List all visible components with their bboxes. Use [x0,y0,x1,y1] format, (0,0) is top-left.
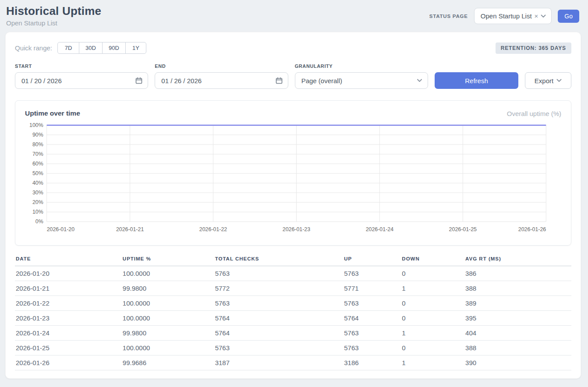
x-tick-label: 2026-01-24 [366,226,393,232]
table-cell: 2026-01-23 [15,311,122,326]
calendar-icon[interactable] [135,77,142,84]
chevron-down-icon [556,79,562,82]
table-cell: 388 [464,281,571,296]
column-header: DATE [15,256,122,266]
y-tick-label: 0% [35,218,43,225]
export-button[interactable]: Export [525,72,571,89]
granularity-selected-value: Page (overall) [301,77,342,84]
y-tick-label: 70% [32,151,43,157]
table-cell: 0 [401,266,464,281]
table-cell: 5763 [214,296,344,311]
table-cell: 100.0000 [122,341,214,355]
quick-range-90d[interactable]: 90D [102,42,126,54]
start-date-input[interactable]: 01 / 20 / 2026 [15,72,148,89]
y-tick-label: 30% [32,190,43,196]
chart-title: Uptime over time [25,109,80,117]
table-cell: 5764 [214,311,344,326]
table-cell: 3186 [343,355,401,370]
calendar-icon[interactable] [276,77,283,84]
table-cell: 5763 [214,341,344,355]
table-header-row: DATEUPTIME %TOTAL CHECKSUPDOWNAVG RT (MS… [15,256,571,266]
table-cell: 5772 [214,281,344,296]
granularity-label: GRANULARITY [295,63,428,69]
table-cell: 2026-01-25 [15,341,122,355]
table-cell: 5763 [343,296,401,311]
end-date-value: 01 / 26 / 2026 [161,77,202,84]
page-subtitle: Open Startup List [6,19,101,27]
quick-range-30d[interactable]: 30D [79,42,103,54]
uptime-chart[interactable]: 0%10%20%30%40%50%60%70%80%90%100%2026-01… [25,122,561,239]
table-cell: 386 [464,266,571,281]
table-cell: 3187 [214,355,344,370]
table-cell: 2026-01-26 [15,355,122,370]
uptime-chart-card: Uptime over time Overall uptime (%) 0%10… [15,100,571,246]
table-cell: 0 [401,341,464,355]
page-title: Historical Uptime [6,4,101,18]
column-header: TOTAL CHECKS [214,256,344,266]
table-cell: 395 [464,311,571,326]
table-cell: 2026-01-24 [15,326,122,341]
chevron-down-icon [541,14,546,18]
uptime-table: DATEUPTIME %TOTAL CHECKSUPDOWNAVG RT (MS… [15,256,571,370]
y-tick-label: 60% [32,161,43,167]
start-date-value: 01 / 20 / 2026 [21,77,62,84]
table-cell: 1 [401,355,464,370]
table-row: 2026-01-2499.9800576457631404 [15,326,571,341]
table-cell: 5763 [343,266,401,281]
column-header: UPTIME % [122,256,214,266]
granularity-select[interactable]: Page (overall) [295,72,428,89]
table-row: 2026-01-23100.0000576457640395 [15,311,571,326]
quick-range-1y[interactable]: 1Y [125,42,146,54]
y-tick-label: 50% [32,170,43,176]
y-tick-label: 80% [32,141,43,148]
quick-range-row: Quick range: 7D30D90D1Y RETENTION: 365 D… [15,42,571,54]
table-cell: 5763 [214,266,344,281]
table-cell: 2026-01-21 [15,281,122,296]
quick-range-label: Quick range: [15,44,52,52]
status-page-select[interactable]: Open Startup List × [474,8,552,24]
table-cell: 1 [401,326,464,341]
x-tick-label: 2026-01-26 [518,226,546,232]
y-tick-label: 100% [29,122,43,128]
x-tick-label: 2026-01-21 [116,226,144,232]
table-cell: 404 [464,326,571,341]
table-cell: 1 [401,281,464,296]
status-page-label: STATUS PAGE [429,14,468,19]
x-tick-label: 2026-01-23 [283,226,310,232]
table-cell: 5764 [343,311,401,326]
table-row: 2026-01-2699.9686318731861390 [15,355,571,370]
table-cell: 390 [464,355,571,370]
table-cell: 5771 [343,281,401,296]
table-cell: 2026-01-20 [15,266,122,281]
table-cell: 388 [464,341,571,355]
export-button-label: Export [535,77,553,84]
x-tick-label: 2026-01-20 [47,226,74,232]
table-body: 2026-01-20100.00005763576303862026-01-21… [15,266,571,370]
column-header: AVG RT (MS) [464,256,571,266]
quick-range-7d[interactable]: 7D [57,42,79,54]
y-tick-label: 20% [32,199,43,205]
end-date-input[interactable]: 01 / 26 / 2026 [155,72,288,89]
table-row: 2026-01-25100.0000576357630388 [15,341,571,355]
chevron-down-icon [417,79,422,82]
table-cell: 99.9686 [122,355,214,370]
clear-selection-icon[interactable]: × [535,12,538,20]
retention-badge: RETENTION: 365 DAYS [496,42,571,54]
table-row: 2026-01-22100.0000576357630389 [15,296,571,311]
table-cell: 5764 [214,326,344,341]
status-page-selected-value: Open Startup List [481,12,532,20]
quick-range-group: 7D30D90D1Y [57,42,146,54]
table-cell: 5763 [343,341,401,355]
table-cell: 0 [401,296,464,311]
refresh-button[interactable]: Refresh [435,72,518,89]
go-button[interactable]: Go [558,10,579,23]
end-date-label: END [155,63,288,69]
table-cell: 100.0000 [122,266,214,281]
y-tick-label: 10% [32,209,43,215]
chart-legend: Overall uptime (%) [507,110,561,117]
table-cell: 100.0000 [122,311,214,326]
table-row: 2026-01-2199.9800577257711388 [15,281,571,296]
top-bar: Historical Uptime Open Startup List STAT… [5,4,581,27]
column-header: UP [343,256,401,266]
title-block: Historical Uptime Open Startup List [6,4,101,27]
